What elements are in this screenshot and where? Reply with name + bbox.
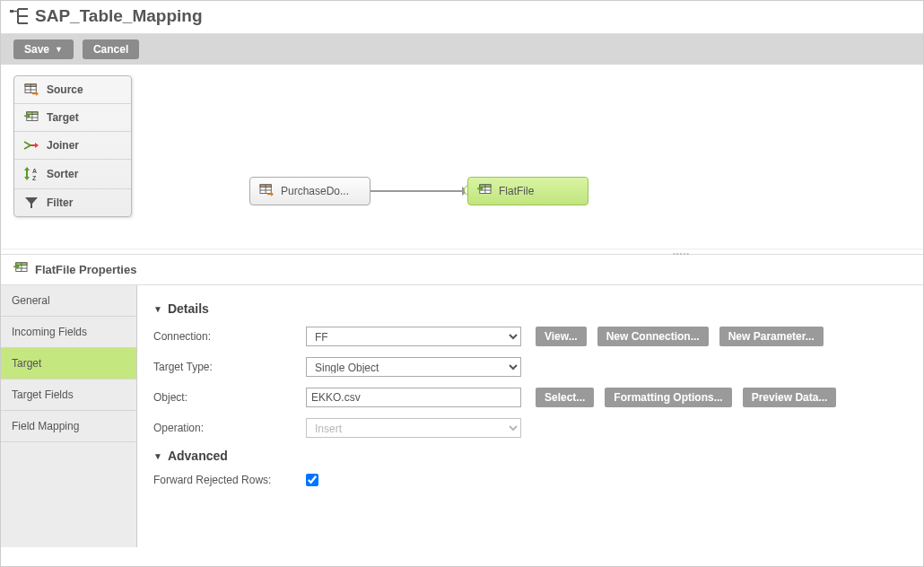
properties-header: FlatFile Properties: [1, 254, 923, 285]
object-input[interactable]: [306, 388, 521, 407]
palette-item-filter[interactable]: Filter: [14, 189, 131, 216]
row-operation: Operation: Insert: [153, 418, 907, 438]
transform-palette: Source Target: [13, 75, 132, 217]
mapping-canvas[interactable]: Source Target: [1, 65, 923, 249]
connection-label: Connection:: [153, 330, 306, 343]
object-label: Object:: [153, 391, 306, 404]
new-parameter-button[interactable]: New Parameter...: [719, 327, 824, 346]
palette-item-joiner[interactable]: Joiner: [14, 132, 131, 160]
tab-field-mapping[interactable]: Field Mapping: [1, 411, 136, 442]
palette-item-target[interactable]: Target: [14, 104, 131, 132]
tab-target[interactable]: Target: [1, 348, 136, 379]
save-button-label: Save: [24, 43, 49, 56]
properties-content: ▼ Details Connection: FF View... New Con…: [137, 285, 923, 547]
view-button[interactable]: View...: [536, 327, 587, 346]
select-button[interactable]: Select...: [536, 388, 594, 407]
source-icon: [259, 184, 274, 199]
properties-title: FlatFile Properties: [35, 263, 136, 276]
properties-body: General Incoming Fields Target Target Fi…: [1, 285, 923, 547]
palette-item-label: Filter: [47, 196, 73, 209]
canvas-node-target[interactable]: FlatFile: [467, 177, 588, 205]
operation-select: Insert: [306, 418, 521, 438]
tab-target-fields[interactable]: Target Fields: [1, 379, 136, 411]
new-connection-button[interactable]: New Connection...: [597, 327, 709, 346]
page-title: SAP_Table_Mapping: [35, 6, 203, 26]
mapping-icon: [10, 7, 30, 25]
operation-label: Operation:: [153, 422, 306, 434]
title-bar: SAP_Table_Mapping: [1, 1, 923, 34]
action-bar: Save ▼ Cancel: [1, 34, 923, 65]
canvas-connector[interactable]: [370, 190, 467, 192]
palette-item-label: Target: [47, 111, 79, 124]
row-connection: Connection: FF View... New Connection...…: [153, 327, 907, 346]
cancel-button[interactable]: Cancel: [83, 39, 139, 59]
row-object: Object: Select... Formatting Options... …: [153, 388, 907, 407]
svg-text:A: A: [32, 168, 37, 174]
cancel-button-label: Cancel: [93, 43, 128, 56]
canvas-node-label: FlatFile: [499, 185, 534, 197]
svg-text:Z: Z: [32, 175, 37, 181]
formatting-options-button[interactable]: Formatting Options...: [605, 388, 731, 407]
tab-incoming-fields[interactable]: Incoming Fields: [1, 317, 136, 348]
source-icon: [23, 83, 39, 96]
target-icon: [23, 111, 39, 124]
target-icon: [13, 262, 28, 277]
target-type-label: Target Type:: [153, 361, 306, 373]
forward-rejected-checkbox[interactable]: [306, 474, 318, 486]
properties-tabs: General Incoming Fields Target Target Fi…: [1, 285, 137, 547]
chevron-down-icon: ▼: [55, 45, 63, 54]
section-heading-label: Advanced: [168, 449, 228, 463]
palette-item-source[interactable]: Source: [14, 76, 131, 104]
section-details[interactable]: ▼ Details: [153, 301, 907, 316]
row-target-type: Target Type: Single Object: [153, 357, 907, 377]
section-advanced[interactable]: ▼ Advanced: [153, 449, 907, 463]
splitter[interactable]: •••••: [1, 249, 923, 254]
row-forward-rejected: Forward Rejected Rows:: [153, 474, 907, 486]
collapse-icon: ▼: [153, 304, 162, 314]
svg-rect-0: [10, 10, 13, 13]
preview-data-button[interactable]: Preview Data...: [743, 388, 837, 407]
target-type-select[interactable]: Single Object: [306, 357, 521, 377]
palette-item-label: Source: [47, 83, 83, 96]
joiner-icon: [23, 139, 39, 152]
target-icon: [477, 184, 492, 199]
tab-general[interactable]: General: [1, 285, 136, 317]
canvas-node-source[interactable]: PurchaseDo...: [249, 177, 370, 205]
drag-handle-icon[interactable]: •••••: [673, 249, 690, 257]
filter-icon: [23, 196, 39, 209]
save-button[interactable]: Save ▼: [13, 39, 74, 59]
palette-item-label: Sorter: [47, 168, 78, 180]
collapse-icon: ▼: [153, 451, 162, 461]
connection-select[interactable]: FF: [306, 327, 521, 346]
sorter-icon: A Z: [23, 167, 39, 181]
palette-item-sorter[interactable]: A Z Sorter: [14, 160, 131, 189]
palette-item-label: Joiner: [47, 139, 79, 152]
section-heading-label: Details: [168, 301, 209, 316]
canvas-node-label: PurchaseDo...: [281, 185, 349, 197]
forward-rejected-label: Forward Rejected Rows:: [153, 474, 306, 486]
